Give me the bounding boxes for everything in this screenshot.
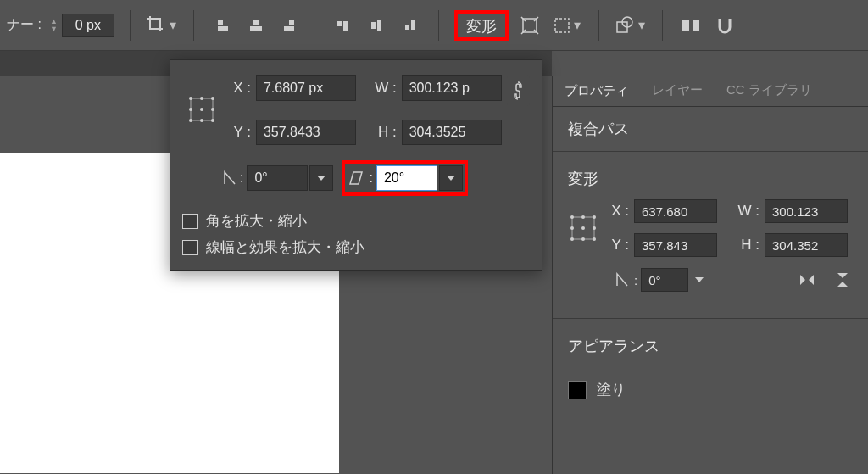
svg-point-13 <box>189 119 192 122</box>
flip-vertical-icon[interactable] <box>831 267 856 293</box>
divider <box>130 10 131 41</box>
shear-colon: : <box>369 170 372 186</box>
rotate-angle-icon <box>223 170 238 186</box>
y-label: Y : <box>222 124 251 141</box>
panel-tabs: プロパティ レイヤー CC ライブラリ <box>553 76 868 107</box>
rp-y-input[interactable]: 357.843 <box>634 233 717 257</box>
shear-input[interactable]: 20° <box>376 165 437 191</box>
reference-point-selector[interactable] <box>189 97 214 122</box>
rp-rotate-dropdown[interactable] <box>690 268 709 292</box>
shear-angle-icon <box>348 170 364 186</box>
divider <box>193 10 194 41</box>
tab-properties[interactable]: プロパティ <box>553 76 640 106</box>
rotate-angle-icon <box>615 272 631 287</box>
corner-value-input[interactable]: 0 px <box>62 14 114 37</box>
tab-cc-libraries[interactable]: CC ライブラリ <box>715 76 824 106</box>
svg-point-20 <box>570 226 574 230</box>
snap-icon[interactable] <box>712 13 737 38</box>
align-artboard-icon[interactable] <box>678 13 704 38</box>
align-right-icon[interactable] <box>277 13 303 38</box>
svg-point-23 <box>570 237 574 241</box>
scale-corners-label: 角を拡大・縮小 <box>206 211 307 231</box>
svg-rect-4 <box>682 20 689 31</box>
rp-h-input[interactable]: 304.352 <box>765 233 848 257</box>
svg-point-24 <box>581 237 585 241</box>
isolate-icon[interactable] <box>517 13 542 38</box>
h-input[interactable]: 304.3525 <box>402 120 502 145</box>
rotate-colon: : <box>240 170 243 186</box>
svg-point-19 <box>593 215 596 219</box>
svg-point-17 <box>570 215 574 219</box>
scale-corners-checkbox[interactable] <box>182 214 198 229</box>
object-type-label: 複合パス <box>553 107 868 146</box>
align-vcenter-icon[interactable] <box>364 13 389 38</box>
transform-section-title: 変形 <box>553 157 868 192</box>
align-hcenter-icon[interactable] <box>243 13 269 38</box>
perspective-icon[interactable]: ▾ <box>551 13 583 38</box>
rp-w-input[interactable]: 300.123 <box>765 199 848 223</box>
align-top-icon[interactable] <box>330 13 355 38</box>
align-left-icon[interactable] <box>209 13 235 38</box>
svg-point-14 <box>200 119 203 122</box>
rp-rotate-input[interactable]: 0° <box>641 268 688 292</box>
shear-dropdown[interactable] <box>439 165 463 191</box>
rp-x-input[interactable]: 637.680 <box>634 199 717 223</box>
fill-swatch[interactable] <box>568 381 587 399</box>
corner-label: ナー : <box>7 16 42 34</box>
align-bottom-icon[interactable] <box>398 13 423 38</box>
rp-y-label: Y : <box>602 237 629 254</box>
scale-strokes-label: 線幅と効果を拡大・縮小 <box>206 237 364 257</box>
svg-point-22 <box>593 226 596 230</box>
fill-label: 塗り <box>597 380 626 399</box>
svg-point-11 <box>200 108 203 111</box>
divider <box>662 10 663 41</box>
x-label: X : <box>222 80 251 97</box>
svg-point-21 <box>581 226 585 230</box>
svg-rect-5 <box>693 20 699 31</box>
rp-x-label: X : <box>602 203 629 220</box>
scale-strokes-checkbox[interactable] <box>182 240 198 255</box>
link-wh-button[interactable] <box>507 75 530 106</box>
svg-rect-1 <box>555 19 569 32</box>
shape-builder-icon[interactable]: ▾ <box>615 13 647 38</box>
rotate-input[interactable]: 0° <box>247 165 308 191</box>
svg-point-9 <box>211 97 214 100</box>
svg-point-25 <box>593 237 596 241</box>
control-toolbar: ナー : ▲▼ 0 px ▾ 変形 ▾ ▾ <box>0 0 868 51</box>
h-label: H : <box>368 124 397 141</box>
svg-point-18 <box>581 215 585 219</box>
shear-group-highlight: : 20° <box>342 160 467 196</box>
x-input[interactable]: 7.6807 px <box>256 75 356 101</box>
w-input[interactable]: 300.123 p <box>402 75 502 101</box>
w-label: W : <box>368 80 397 97</box>
svg-point-12 <box>211 108 214 111</box>
y-input[interactable]: 357.8433 <box>256 120 356 145</box>
rp-w-label: W : <box>732 203 760 220</box>
flip-horizontal-icon[interactable] <box>795 267 821 293</box>
corner-spinner[interactable]: ▲▼ <box>50 15 60 36</box>
divider <box>438 10 439 41</box>
svg-point-15 <box>211 119 214 122</box>
rotate-dropdown[interactable] <box>309 165 333 191</box>
svg-point-10 <box>189 108 192 111</box>
svg-point-7 <box>189 97 192 100</box>
reference-point-selector[interactable] <box>570 215 596 241</box>
svg-point-8 <box>200 97 203 100</box>
properties-panel: プロパティ レイヤー CC ライブラリ 複合パス 変形 X : 637.680 <box>552 76 868 474</box>
crop-icon[interactable]: ▾ <box>146 13 178 38</box>
appearance-section-title: アピアランス <box>553 324 868 363</box>
rp-h-label: H : <box>732 237 760 254</box>
tab-layers[interactable]: レイヤー <box>640 76 715 106</box>
transform-popup: X : 7.6807 px Y : 357.8433 W : 300.123 p… <box>170 59 542 271</box>
transform-button[interactable]: 変形 <box>454 10 509 41</box>
divider <box>598 10 599 41</box>
